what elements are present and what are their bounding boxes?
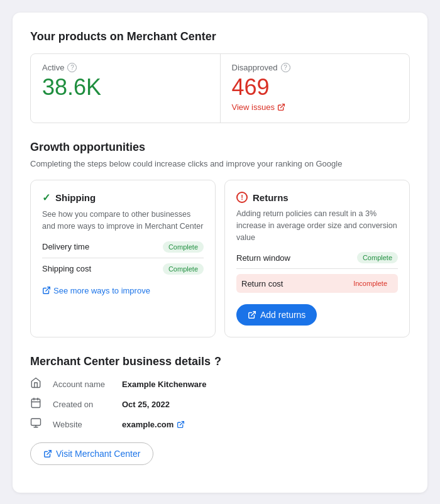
returns-header: ! Returns <box>236 192 398 203</box>
add-returns-icon <box>248 310 256 319</box>
main-card: Your products on Merchant Center Active … <box>13 13 427 493</box>
svg-line-1 <box>46 287 50 291</box>
active-value: 38.6K <box>42 75 205 100</box>
svg-line-2 <box>251 312 255 315</box>
calendar-icon <box>30 397 53 411</box>
products-title: Your products on Merchant Center <box>30 30 410 43</box>
returns-desc: Adding return policies can result in a 3… <box>236 208 398 243</box>
business-rows: Account name Example Kitchenware Created… <box>30 377 410 431</box>
website-value: example.com <box>122 420 185 429</box>
returns-card: ! Returns Adding return policies can res… <box>224 180 410 337</box>
business-help-icon[interactable]: ? <box>214 355 221 368</box>
disapproved-value: 469 <box>232 75 395 100</box>
created-on-row: Created on Oct 25, 2022 <box>30 397 410 411</box>
account-name-row: Account name Example Kitchenware <box>30 377 410 391</box>
view-issues-link[interactable]: View issues <box>232 102 285 112</box>
svg-line-11 <box>47 451 51 454</box>
shipping-desc: See how you compare to other businesses … <box>42 209 204 233</box>
created-on-value: Oct 25, 2022 <box>122 400 170 409</box>
svg-line-0 <box>280 104 284 107</box>
visit-icon <box>43 449 52 458</box>
active-help-icon[interactable]: ? <box>67 63 77 72</box>
svg-line-10 <box>180 421 184 425</box>
disapproved-metric: Disapproved ? 469 View issues <box>221 54 410 123</box>
return-cost-row: Return cost Incomplete <box>236 274 398 293</box>
shipping-cost-badge: Complete <box>163 263 204 275</box>
website-row: Website example.com <box>30 417 410 431</box>
return-cost-badge: Incomplete <box>348 278 393 289</box>
products-section: Your products on Merchant Center Active … <box>30 30 410 123</box>
store-icon <box>30 377 53 391</box>
metrics-row: Active ? 38.6K Disapproved ? 469 View is… <box>30 53 410 123</box>
add-returns-button[interactable]: Add returns <box>236 304 317 326</box>
external-link-icon <box>277 103 285 111</box>
active-metric: Active ? 38.6K <box>31 54 221 123</box>
shipping-rows: Delivery time Complete Shipping cost Com… <box>42 241 204 275</box>
delivery-time-row: Delivery time Complete <box>42 241 204 258</box>
see-more-link[interactable]: See more ways to improve <box>42 286 150 295</box>
disapproved-help-icon[interactable]: ? <box>281 63 290 72</box>
disapproved-label: Disapproved ? <box>232 63 395 72</box>
see-more-icon <box>42 286 51 295</box>
shipping-header: ✓ Shipping <box>42 192 204 204</box>
visit-merchant-center-button[interactable]: Visit Merchant Center <box>30 442 153 465</box>
shipping-cost-row: Shipping cost Complete <box>42 263 204 275</box>
return-window-row: Return window Complete <box>236 252 398 269</box>
growth-subtitle: Completing the steps below could increas… <box>30 158 410 170</box>
growth-section: Growth opportunities Completing the step… <box>30 141 410 338</box>
opportunities-grid: ✓ Shipping See how you compare to other … <box>30 180 410 337</box>
returns-title: Returns <box>253 192 289 203</box>
account-name-value: Example Kitchenware <box>122 380 206 389</box>
shipping-title: Shipping <box>55 192 96 203</box>
svg-rect-7 <box>31 419 41 426</box>
growth-title: Growth opportunities <box>30 141 410 154</box>
business-section: Merchant Center business details ? Accou… <box>30 355 410 465</box>
active-label: Active ? <box>42 63 205 72</box>
svg-rect-3 <box>31 399 40 408</box>
check-icon: ✓ <box>42 192 50 204</box>
return-window-badge: Complete <box>357 252 398 263</box>
delivery-time-badge: Complete <box>163 241 204 253</box>
business-title: Merchant Center business details ? <box>30 355 410 368</box>
warning-icon: ! <box>236 192 248 203</box>
returns-rows: Return window Complete Return cost Incom… <box>236 252 398 293</box>
website-external-icon[interactable] <box>177 420 185 429</box>
website-icon <box>30 417 53 431</box>
shipping-card: ✓ Shipping See how you compare to other … <box>30 180 216 337</box>
